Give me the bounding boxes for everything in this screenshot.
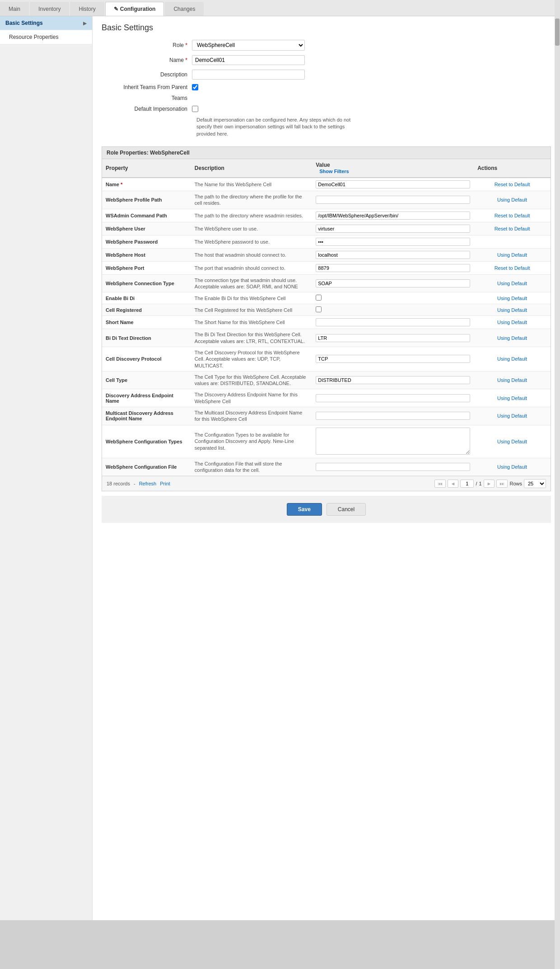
- name-input[interactable]: [192, 55, 305, 65]
- prop-text-input[interactable]: [316, 279, 470, 287]
- prop-actions-cell: Using Default: [474, 329, 551, 347]
- action-link[interactable]: Reset to Default: [477, 226, 547, 231]
- prop-name-cell: WebSphere Connection Type: [102, 274, 191, 292]
- role-properties-title: Role Properties: WebSphereCell: [102, 147, 551, 159]
- prop-textarea-input[interactable]: [316, 428, 470, 455]
- sidebar-item-resource-properties[interactable]: Resource Properties: [0, 30, 92, 44]
- action-link[interactable]: Using Default: [477, 296, 547, 301]
- prop-actions-cell: [474, 235, 551, 248]
- prop-checkbox-input[interactable]: [316, 295, 322, 301]
- prop-name-cell: WebSphere Port: [102, 261, 191, 274]
- description-input[interactable]: [192, 70, 305, 80]
- pag-last-button[interactable]: ⏭: [496, 480, 508, 488]
- refresh-link[interactable]: Refresh: [139, 481, 157, 486]
- name-required: *: [185, 57, 187, 63]
- prop-text-input[interactable]: [316, 334, 470, 342]
- prop-text-input[interactable]: [316, 412, 470, 420]
- table-row: WebSphere HostThe host that wsadmin shou…: [102, 248, 551, 261]
- prop-value-cell: [312, 329, 474, 347]
- table-row: WebSphere Profile PathThe path to the di…: [102, 191, 551, 209]
- prop-text-input[interactable]: [316, 463, 470, 471]
- prop-text-input[interactable]: [316, 376, 470, 384]
- inherit-teams-label: Inherit Teams From Parent: [102, 84, 192, 90]
- role-required: *: [185, 42, 187, 48]
- prop-text-input[interactable]: [316, 394, 470, 402]
- action-link[interactable]: Using Default: [477, 320, 547, 325]
- prop-checkbox-input[interactable]: [316, 306, 322, 312]
- action-link[interactable]: Using Default: [477, 307, 547, 313]
- name-row: Name *: [102, 55, 551, 65]
- action-link[interactable]: Using Default: [477, 197, 547, 202]
- inherit-teams-checkbox[interactable]: [192, 84, 198, 90]
- action-link[interactable]: Using Default: [477, 335, 547, 341]
- action-link[interactable]: Using Default: [477, 413, 547, 419]
- tab-main[interactable]: Main: [0, 2, 29, 16]
- tab-history[interactable]: History: [70, 2, 104, 16]
- tab-inventory[interactable]: Inventory: [30, 2, 69, 16]
- rows-label: Rows: [509, 481, 522, 486]
- page-title: Basic Settings: [102, 23, 551, 33]
- prop-actions-cell: Reset to Default: [474, 178, 551, 191]
- action-link[interactable]: Using Default: [477, 377, 547, 383]
- prop-actions-cell: Reset to Default: [474, 209, 551, 222]
- action-link[interactable]: Using Default: [477, 252, 547, 258]
- prop-text-input[interactable]: [316, 196, 470, 204]
- prop-desc-cell: The path to the directory where the prof…: [191, 191, 312, 209]
- table-row: Bi Di Text DirectionThe Bi Di Text Direc…: [102, 329, 551, 347]
- prop-value-cell: [312, 222, 474, 235]
- prop-value-cell: [312, 389, 474, 407]
- action-link[interactable]: Reset to Default: [477, 182, 547, 187]
- prop-text-input[interactable]: [316, 180, 470, 188]
- role-properties-container: Role Properties: WebSphereCell Property …: [102, 146, 551, 491]
- prop-actions-cell: Using Default: [474, 347, 551, 371]
- sidebar-item-basic-settings[interactable]: Basic Settings ▶: [0, 16, 92, 30]
- prop-text-input[interactable]: [316, 318, 470, 326]
- action-link[interactable]: Using Default: [477, 464, 547, 470]
- prop-desc-cell: The Name for this WebSphere Cell: [191, 178, 312, 191]
- scrollbar-track[interactable]: [555, 0, 560, 920]
- prop-desc-cell: The Bi Di Text Direction for this WebSph…: [191, 329, 312, 347]
- prop-password-input[interactable]: [316, 238, 470, 246]
- action-link[interactable]: Using Default: [477, 439, 547, 444]
- prop-name-cell: WSAdmin Command Path: [102, 209, 191, 222]
- print-link[interactable]: Print: [160, 481, 170, 486]
- show-filters-link[interactable]: Show Filters: [316, 167, 352, 176]
- default-impersonation-checkbox[interactable]: [192, 106, 198, 112]
- sidebar: Basic Settings ▶ Resource Properties: [0, 16, 93, 920]
- pag-prev-button[interactable]: ◄: [448, 480, 459, 488]
- prop-value-cell: [312, 292, 474, 304]
- action-link[interactable]: Using Default: [477, 395, 547, 401]
- prop-desc-cell: The Short Name for this WebSphere Cell: [191, 316, 312, 329]
- action-link[interactable]: Using Default: [477, 281, 547, 286]
- pag-first-button[interactable]: ⏮: [434, 480, 446, 488]
- prop-actions-cell: Using Default: [474, 304, 551, 316]
- prop-text-input[interactable]: [316, 212, 470, 220]
- role-row: Role * WebSphereCell: [102, 40, 551, 51]
- tab-changes[interactable]: Changes: [165, 2, 204, 16]
- prop-text-input[interactable]: [316, 355, 470, 363]
- table-row: WebSphere UserThe WebSphere user to use.…: [102, 222, 551, 235]
- cancel-button[interactable]: Cancel: [327, 503, 366, 516]
- table-row: Multicast Discovery Address Endpoint Nam…: [102, 407, 551, 425]
- pag-next-button[interactable]: ►: [484, 480, 495, 488]
- scrollbar-thumb[interactable]: [555, 19, 560, 46]
- rows-select[interactable]: 25 50 100: [524, 479, 546, 488]
- prop-actions-cell: Using Default: [474, 458, 551, 476]
- page-input[interactable]: [460, 480, 474, 488]
- prop-text-input[interactable]: [316, 225, 470, 233]
- action-link[interactable]: Reset to Default: [477, 265, 547, 271]
- prop-value-cell: [312, 425, 474, 458]
- prop-text-input[interactable]: [316, 251, 470, 259]
- action-link[interactable]: Using Default: [477, 356, 547, 362]
- tab-configuration[interactable]: ✎Configuration: [105, 2, 164, 16]
- role-select[interactable]: WebSphereCell: [192, 40, 305, 51]
- action-link[interactable]: Reset to Default: [477, 213, 547, 218]
- tab-bar: Main Inventory History ✎Configuration Ch…: [0, 0, 560, 16]
- prop-text-input[interactable]: [316, 264, 470, 272]
- prop-actions-cell: Using Default: [474, 371, 551, 389]
- default-impersonation-row: Default Impersonation: [102, 106, 551, 112]
- save-button[interactable]: Save: [287, 503, 322, 516]
- prop-desc-cell: The Cell Discovery Protocol for this Web…: [191, 347, 312, 371]
- prop-name-cell: Enable Bi Di: [102, 292, 191, 304]
- prop-name-cell: Multicast Discovery Address Endpoint Nam…: [102, 407, 191, 425]
